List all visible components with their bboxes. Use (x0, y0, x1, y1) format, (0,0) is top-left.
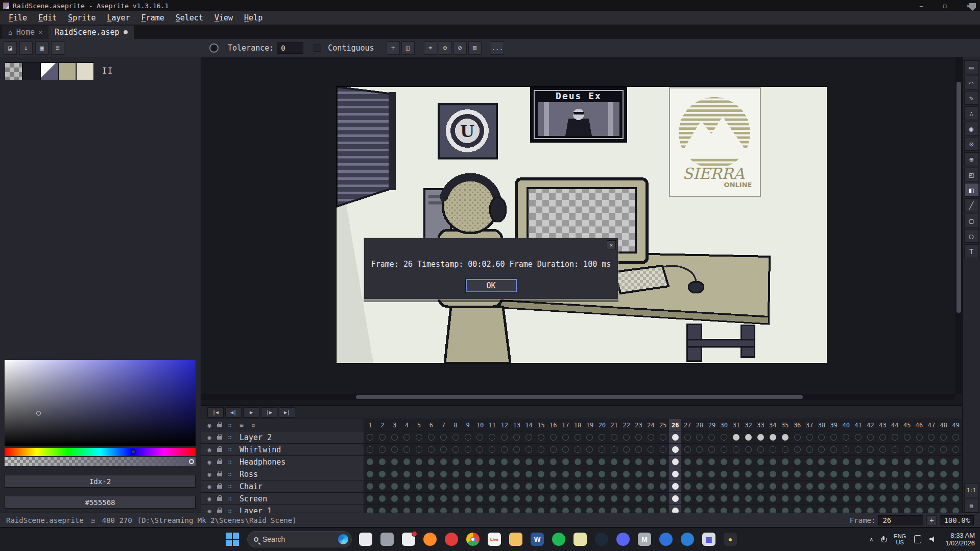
cel[interactable] (876, 493, 889, 504)
cel[interactable] (816, 456, 828, 468)
volume-icon[interactable] (929, 536, 937, 543)
cel[interactable] (828, 468, 840, 480)
cel[interactable] (852, 505, 865, 513)
cel[interactable] (644, 456, 657, 468)
microphone-icon[interactable] (881, 536, 886, 543)
cel[interactable] (559, 444, 571, 455)
cel[interactable] (938, 493, 950, 504)
symmetry-grid-icon[interactable]: ⊠ (468, 41, 482, 55)
cel[interactable] (925, 505, 938, 513)
cel[interactable] (596, 493, 608, 504)
cel[interactable] (718, 468, 730, 480)
cel[interactable] (608, 505, 620, 513)
canvas-workspace[interactable]: U Deus Ex (201, 57, 962, 405)
lasso-tool[interactable]: ⌒ (964, 76, 979, 89)
cel[interactable] (803, 444, 816, 455)
next-frame-button[interactable]: |▶ (261, 407, 277, 418)
cel[interactable] (852, 444, 865, 455)
palette-presets-button[interactable]: ▣ (35, 41, 49, 55)
frame-header-12[interactable]: 12 (498, 419, 511, 431)
taskbar-app-notes[interactable] (573, 533, 587, 546)
cel[interactable] (803, 480, 816, 492)
cel[interactable] (694, 456, 706, 468)
taskbar-search[interactable]: Search (247, 531, 352, 547)
cel[interactable] (669, 444, 681, 455)
cel[interactable] (865, 456, 877, 468)
cel[interactable] (389, 444, 401, 455)
cel[interactable] (413, 493, 425, 504)
cel[interactable] (950, 505, 962, 513)
cel[interactable] (559, 493, 571, 504)
cel[interactable] (706, 505, 718, 513)
cel[interactable] (523, 444, 535, 455)
reference-layer-icon[interactable]: ◫ (401, 41, 415, 55)
tray-chevron-icon[interactable]: ∧ (869, 536, 873, 543)
cel[interactable] (511, 493, 523, 504)
cel[interactable] (584, 505, 596, 513)
tab-raidscene-asep[interactable]: RaidScene.asep (49, 26, 133, 39)
taskbar-app-clip-studio[interactable]: ▦ (702, 533, 715, 546)
taskbar-app-obs-live[interactable]: Live (488, 533, 501, 546)
cel[interactable] (706, 480, 718, 492)
cel[interactable] (620, 456, 633, 468)
cel[interactable] (523, 456, 535, 468)
cel[interactable] (425, 468, 437, 480)
language-indicator[interactable]: ENG US (894, 533, 906, 545)
menu-select[interactable]: Select (170, 13, 209, 22)
palette-menu-button[interactable]: ≡ (51, 41, 64, 55)
cel[interactable] (865, 444, 877, 455)
cel[interactable] (620, 431, 633, 443)
marquee-tool[interactable]: ▭ (964, 60, 979, 74)
cel[interactable] (523, 431, 535, 443)
layer-link-icon[interactable]: ∷ (226, 483, 234, 490)
layer-link-icon[interactable]: ∷ (226, 434, 234, 441)
cel[interactable] (620, 468, 633, 480)
cel[interactable] (474, 468, 486, 480)
taskbar-app-firefox[interactable] (423, 533, 437, 546)
hscroll-thumb[interactable] (356, 395, 803, 399)
cel[interactable] (644, 505, 657, 513)
cel[interactable] (559, 456, 571, 468)
layer-visibility-icon[interactable]: ◉ (205, 471, 213, 478)
palette-sort-button[interactable]: ↓ (19, 41, 33, 55)
gradient-cursor[interactable] (36, 411, 41, 416)
cel[interactable] (791, 493, 803, 504)
cel[interactable] (462, 505, 474, 513)
cel[interactable] (657, 431, 669, 443)
cel[interactable] (633, 480, 645, 492)
frame-header-39[interactable]: 39 (828, 419, 840, 431)
cel[interactable] (486, 480, 498, 492)
cel[interactable] (523, 505, 535, 513)
color-gradient-picker[interactable] (5, 360, 196, 446)
clock[interactable]: 8:33 AM 1/02/2026 (945, 532, 975, 547)
frame-header-14[interactable]: 14 (523, 419, 535, 431)
layer-name-cell[interactable]: ◉∷Screen (201, 493, 364, 504)
timeline-options-icon[interactable]: ▫ (249, 422, 257, 429)
cel[interactable] (779, 505, 791, 513)
tab-close-icon[interactable]: ✕ (39, 29, 42, 36)
cel[interactable] (486, 456, 498, 468)
cel[interactable] (791, 431, 803, 443)
cel[interactable] (633, 444, 645, 455)
frame-header-17[interactable]: 17 (559, 419, 571, 431)
cel[interactable] (644, 493, 657, 504)
zoom-tool[interactable]: ⊙ (964, 137, 979, 151)
cel[interactable] (584, 444, 596, 455)
cel[interactable] (791, 480, 803, 492)
cel[interactable] (950, 456, 962, 468)
menu-help[interactable]: Help (238, 13, 268, 22)
cel[interactable] (644, 431, 657, 443)
cel[interactable] (755, 505, 767, 513)
rectangle-tool[interactable]: ▢ (964, 214, 979, 227)
canvas-sprite[interactable]: U Deus Ex (336, 86, 827, 363)
cel[interactable] (633, 505, 645, 513)
cel[interactable] (889, 456, 901, 468)
timeline-lock-icon[interactable] (217, 424, 222, 427)
cel[interactable] (889, 444, 901, 455)
minimize-button[interactable]: — (910, 0, 933, 11)
taskbar-app-word[interactable]: W (531, 533, 544, 546)
canvas-hscrollbar[interactable] (201, 394, 955, 400)
cel[interactable] (913, 493, 925, 504)
cel[interactable] (620, 480, 633, 492)
cel[interactable] (474, 444, 486, 455)
